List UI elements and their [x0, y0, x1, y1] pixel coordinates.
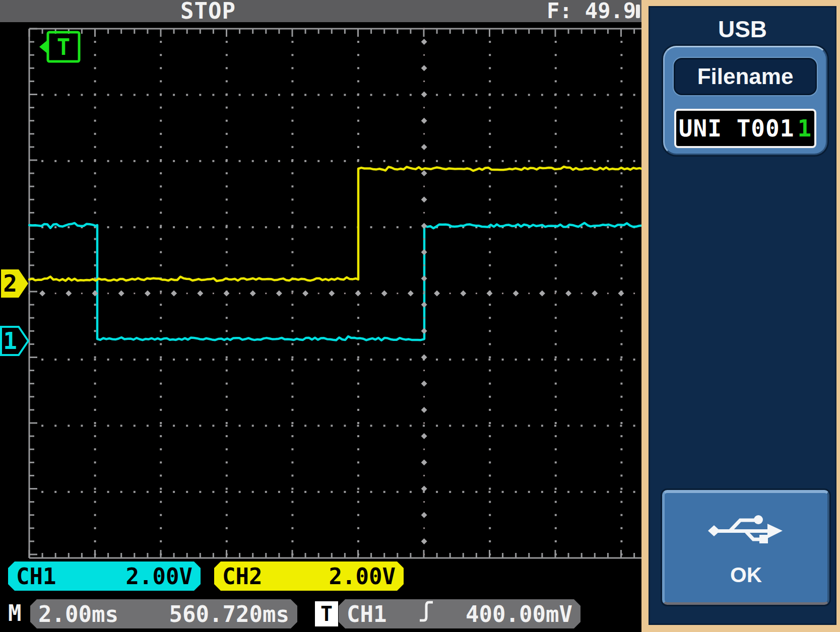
ch1-label: CH1 — [16, 564, 56, 589]
usb-menu-panel: USB Filename UNI T0011 — [641, 0, 840, 632]
svg-text:2: 2 — [3, 270, 17, 297]
trigger-info-badge: CH1 400.00mV — [339, 599, 580, 628]
top-status-bar: STOP F: 49.9 — [0, 0, 641, 22]
filename-value-field[interactable]: UNI T0011 — [674, 109, 816, 148]
filename-cursor-char: 1 — [797, 115, 812, 142]
scope-display-area: T21 STOP F: 49.9 CH1 2.00V CH2 2.00V M 2… — [0, 0, 641, 632]
filename-text: UNI T001 — [679, 115, 795, 142]
ok-button[interactable]: OK — [662, 490, 829, 605]
oscilloscope-screenshot: { "top_bar": { "run_state": "STOP", "fre… — [0, 0, 840, 632]
timebase-badge: 2.00ms 560.720ms — [30, 599, 297, 628]
timebase-value: 2.00ms — [38, 601, 118, 627]
waveform-graticule: T21 — [0, 0, 641, 632]
svg-text:1: 1 — [3, 327, 17, 355]
trigger-symbol: T — [320, 602, 333, 625]
usb-trident-icon — [707, 509, 786, 555]
ch1-volts-per-div: 2.00V — [126, 564, 192, 589]
trigger-source: CH1 — [347, 601, 386, 627]
frequency-readout: F: 49.9 — [547, 0, 636, 22]
filename-group: Filename UNI T0011 — [663, 46, 827, 155]
usb-menu-background: USB Filename UNI T0011 — [649, 6, 836, 625]
ch1-scale-badge: CH1 2.00V — [8, 561, 201, 591]
ch2-label: CH2 — [222, 564, 262, 589]
rising-edge-icon — [419, 600, 434, 627]
main-timebase-letter: M — [8, 599, 22, 627]
run-state-label: STOP — [180, 0, 236, 22]
menu-title: USB — [650, 16, 835, 43]
trigger-level: 400.00mV — [466, 601, 572, 627]
ch2-volts-per-div: 2.00V — [329, 564, 396, 589]
ch2-scale-badge: CH2 2.00V — [214, 561, 404, 591]
filename-button[interactable]: Filename — [673, 57, 818, 96]
svg-text:T: T — [57, 34, 71, 60]
filename-button-label: Filename — [697, 64, 794, 89]
ok-button-label: OK — [730, 563, 762, 587]
horizontal-offset-value: 560.720ms — [169, 601, 289, 627]
clipped-digit-fragment — [636, 5, 640, 18]
trigger-symbol-box: T — [315, 601, 338, 626]
